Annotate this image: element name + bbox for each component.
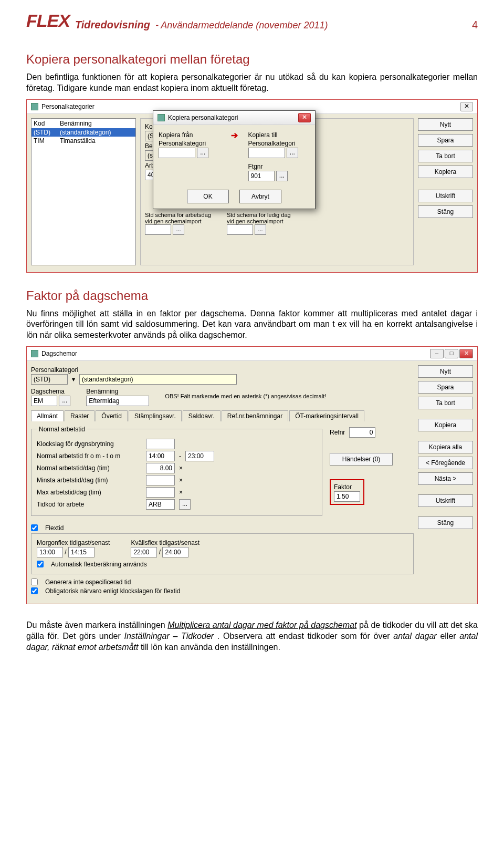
label-morgonflex: Morgonflex tidigast/senast <box>37 539 110 546</box>
browse-button[interactable]: ... <box>179 499 191 510</box>
tabort-button[interactable]: Ta bort <box>418 150 473 162</box>
label-personalkategori: Personalkategori <box>159 140 220 147</box>
to-pk-field[interactable] <box>248 148 285 158</box>
browse-button[interactable]: ... <box>276 171 288 181</box>
spara-button[interactable]: Spara <box>418 381 473 394</box>
faktor-field[interactable]: 1.50 <box>334 491 360 502</box>
label-from-tom: Normal arbetstid fr o m - t o m <box>37 452 142 460</box>
label-autoflex: Automatisk flexberäkning används <box>51 561 147 568</box>
ftgnr-field[interactable]: 901 <box>248 171 275 181</box>
ok-button[interactable]: OK <box>187 190 229 203</box>
label-kopiera-fran: Kopiera från <box>159 131 220 139</box>
dropdown-icon[interactable]: ▾ <box>71 376 76 383</box>
morgon2-field[interactable]: 14:15 <box>68 547 94 557</box>
from-field[interactable]: 14:00 <box>146 451 175 461</box>
list-row[interactable]: TIM Timanställda <box>32 137 135 145</box>
browse-button[interactable]: ... <box>197 148 208 158</box>
refnr-field[interactable]: 0 <box>349 427 375 438</box>
label-max: Max arbetstid/dag (tim) <box>37 489 142 496</box>
schema-ledigdag-field[interactable] <box>227 224 253 235</box>
spara-button[interactable]: Spara <box>418 134 473 147</box>
col-kod: Kod <box>34 120 60 127</box>
tab-overtid[interactable]: Övertid <box>96 410 128 421</box>
label-benamning: Benämning <box>86 388 149 395</box>
close-icon[interactable]: ✕ <box>298 113 311 122</box>
tab-raster[interactable]: Raster <box>65 410 94 421</box>
browse-button[interactable]: ... <box>255 224 266 235</box>
app-icon <box>31 103 38 110</box>
browse-button[interactable]: ... <box>287 148 298 158</box>
screenshot-personalkategorier: Personalkategorier ✕ Kod Benämning (STD)… <box>26 99 478 273</box>
autoflex-checkbox[interactable] <box>37 561 44 567</box>
footer-em1: Multiplicera antal dagar med faktor på d… <box>167 621 356 629</box>
schema-arbetsdag-field[interactable] <box>145 224 171 235</box>
tidkod-field[interactable]: ARB <box>146 499 175 510</box>
kvall1-field[interactable]: 22:00 <box>131 547 157 557</box>
close-icon[interactable]: ✕ <box>460 102 473 111</box>
footer-em2: Inställningar – Tidkoder <box>124 632 214 640</box>
tab-refnr[interactable]: Ref.nr.benämningar <box>222 410 288 421</box>
section2-body: Nu finns möjlighet att ställa in en fakt… <box>26 308 478 341</box>
kopiera-alla-button[interactable]: Kopiera alla <box>418 441 473 453</box>
perdag-field[interactable]: 8.00 <box>146 463 175 473</box>
browse-button[interactable]: ... <box>173 224 184 235</box>
nytt-button[interactable]: Nytt <box>418 118 473 131</box>
category-listbox[interactable]: Kod Benämning (STD) (standardkategori) T… <box>31 118 136 265</box>
label-refnr: Refnr <box>330 429 345 436</box>
label-kopiera-till: Kopiera till <box>248 131 310 139</box>
pk-code-field[interactable]: (STD) <box>31 374 68 385</box>
genospec-checkbox[interactable] <box>31 578 38 585</box>
tabort-button[interactable]: Ta bort <box>418 397 473 409</box>
doc-title: Tidredovisning <box>75 19 150 31</box>
kopiera-button[interactable]: Kopiera <box>418 419 473 431</box>
flex-logo: FLEX <box>26 11 70 31</box>
right-panel: Refnr 0 Händelser (0) Faktor 1.50 <box>330 426 414 520</box>
tom-field[interactable]: 23:00 <box>185 451 214 461</box>
morgon1-field[interactable]: 13:00 <box>37 547 63 557</box>
window-title: Personalkategorier <box>41 103 94 110</box>
footer-label-2: Std schema för ledig dagvid gen schemaim… <box>227 212 291 224</box>
dagschema-field[interactable]: EM <box>31 396 57 406</box>
utskrift-button[interactable]: Utskrift <box>418 494 473 507</box>
footer-t5: till lön kan använda den inställningen. <box>141 643 280 652</box>
max-field[interactable] <box>146 487 175 498</box>
handelser-button[interactable]: Händelser (0) <box>330 453 393 466</box>
tab-allmant[interactable]: Allmänt <box>31 410 64 421</box>
nasta-button[interactable]: Nästa > <box>418 472 473 485</box>
legend-normal: Normal arbetstid <box>37 426 87 433</box>
nytt-button[interactable]: Nytt <box>418 365 473 378</box>
tab-otmark[interactable]: ÖT-markeringsintervall <box>289 410 364 421</box>
tab-stamplingsavr[interactable]: Stämplingsavr. <box>129 410 182 421</box>
flextid-checkbox[interactable] <box>31 524 38 531</box>
doc-header: FLEX Tidredovisning - Användarmeddelande… <box>26 11 478 31</box>
footer-paragraph: Du måste även markera inställningen Mult… <box>26 620 478 653</box>
close-icon[interactable]: ✕ <box>459 349 473 358</box>
stang-button[interactable]: Stäng <box>418 516 473 529</box>
oblig-checkbox[interactable] <box>31 587 38 594</box>
label-oblig: Obligatorisk närvaro enligt klockslagen … <box>45 587 180 595</box>
doc-subtitle: - Användarmeddelande (november 2011) <box>155 20 328 31</box>
label-genospec: Generera inte ospecificerad tid <box>45 578 131 586</box>
kopiera-button[interactable]: Kopiera <box>418 166 473 178</box>
list-row[interactable]: (STD) (standardkategori) <box>32 128 135 137</box>
benamning-field[interactable]: Eftermidag <box>86 396 149 406</box>
utskrift-button[interactable]: Utskrift <box>418 190 473 202</box>
label-klockslag: Klockslag för dygnsbrytning <box>37 440 142 448</box>
kopiera-modal: Kopiera personalkategori ✕ Kopiera från … <box>153 110 316 209</box>
minsta-field[interactable] <box>146 475 175 485</box>
maximize-icon[interactable]: □ <box>445 349 458 358</box>
cell-kod: (STD) <box>34 129 60 136</box>
browse-button[interactable]: ... <box>59 396 70 406</box>
obs-note: OBS! Fält markerade med en asterisk (*) … <box>165 393 326 399</box>
col-benamning: Benämning <box>60 120 92 127</box>
klockslag-field[interactable] <box>146 439 175 449</box>
pk-name-field: (standardkategori) <box>79 374 237 385</box>
avbryt-button[interactable]: Avbryt <box>239 190 281 203</box>
minimize-icon[interactable]: – <box>430 349 444 358</box>
label-kvallsflex: Kvällsflex tidigast/senast <box>131 539 200 546</box>
stang-button[interactable]: Stäng <box>418 205 473 218</box>
tab-saldoavr[interactable]: Saldoavr. <box>183 410 220 421</box>
kvall2-field[interactable]: 24:00 <box>162 547 188 557</box>
from-pk-field[interactable] <box>159 148 195 158</box>
foregaende-button[interactable]: < Föregående <box>418 457 473 469</box>
